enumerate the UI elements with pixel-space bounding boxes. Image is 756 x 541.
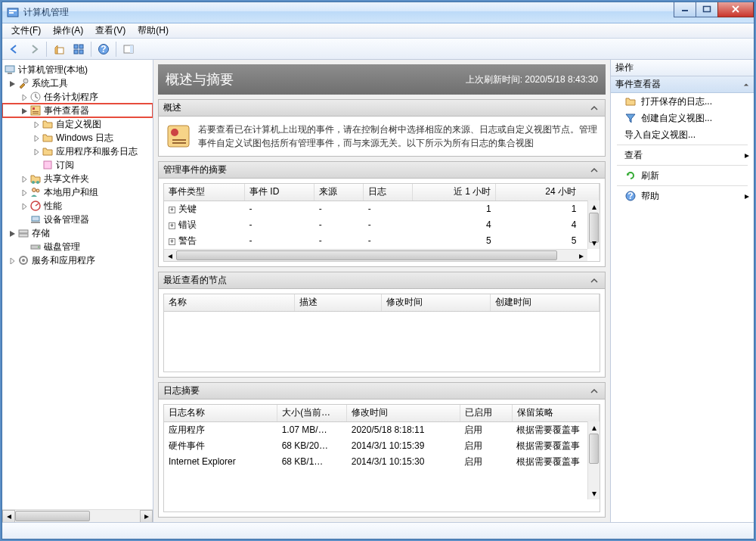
chevron-up-icon[interactable] bbox=[588, 102, 600, 114]
close-button[interactable] bbox=[717, 2, 754, 17]
expand-icon[interactable] bbox=[20, 202, 28, 210]
tree-event-viewer[interactable]: 事件查看器 bbox=[2, 104, 153, 117]
col-modified[interactable]: 修改时间 bbox=[347, 405, 460, 421]
action-open-saved-log[interactable]: 打开保存的日志... bbox=[611, 93, 754, 110]
scroll-thumb[interactable] bbox=[15, 511, 90, 521]
scroll-right-icon[interactable]: ▸ bbox=[140, 510, 153, 523]
menu-help[interactable]: 帮助(H) bbox=[132, 23, 175, 39]
scroll-down-icon[interactable]: ▾ bbox=[588, 487, 600, 499]
vertical-scrollbar[interactable]: ▴▾ bbox=[587, 421, 600, 499]
collapse-icon[interactable] bbox=[20, 107, 28, 114]
scroll-left-icon[interactable]: ◂ bbox=[2, 510, 15, 523]
col-policy[interactable]: 保留策略 bbox=[512, 405, 599, 421]
tree-task-scheduler[interactable]: 任务计划程序 bbox=[2, 90, 153, 104]
tree-services-apps[interactable]: 服务和应用程序 bbox=[2, 253, 153, 267]
expand-icon[interactable] bbox=[8, 257, 16, 264]
chevron-up-icon[interactable] bbox=[588, 164, 600, 176]
properties-button[interactable] bbox=[70, 41, 88, 58]
scroll-up-icon[interactable]: ▴ bbox=[588, 421, 600, 434]
svg-rect-18 bbox=[31, 106, 40, 115]
tree-app-services-logs[interactable]: 应用程序和服务日志 bbox=[2, 145, 153, 158]
section-header[interactable]: 管理事件的摘要 bbox=[159, 162, 605, 179]
section-header[interactable]: 最近查看的节点 bbox=[159, 272, 605, 289]
tree-local-users[interactable]: 本地用户和组 bbox=[2, 185, 153, 199]
section-header[interactable]: 概述 bbox=[159, 100, 605, 117]
tree-device-manager[interactable]: 设备管理器 bbox=[2, 213, 153, 226]
forward-button[interactable] bbox=[25, 41, 43, 58]
expand-icon[interactable] bbox=[20, 93, 28, 101]
storage-icon bbox=[17, 227, 29, 239]
col-name[interactable]: 日志名称 bbox=[164, 405, 277, 421]
collapse-icon[interactable] bbox=[8, 229, 16, 237]
col-hour[interactable]: 近 1 小时 bbox=[413, 184, 496, 201]
action-create-custom-view[interactable]: 创建自定义视图... bbox=[611, 110, 754, 126]
col-source[interactable]: 来源 bbox=[314, 184, 364, 201]
show-action-pane-button[interactable] bbox=[119, 41, 138, 58]
tree-shared-folders[interactable]: 共享文件夹 bbox=[2, 172, 153, 185]
scroll-up-icon[interactable]: ▴ bbox=[588, 201, 600, 213]
tree-storage[interactable]: 存储 bbox=[2, 226, 153, 240]
expand-icon[interactable] bbox=[33, 134, 40, 141]
logs-section: 日志摘要 日志名称 大小(当前… 修改时间 已启用 保留策略 应用程序1.07 … bbox=[158, 382, 606, 518]
clock-icon bbox=[29, 91, 42, 103]
expand-icon[interactable] bbox=[20, 175, 28, 182]
scroll-right-icon[interactable]: ▸ bbox=[575, 250, 587, 261]
action-help[interactable]: ?帮助▸ bbox=[611, 188, 754, 204]
col-type[interactable]: 事件类型 bbox=[164, 184, 245, 201]
back-button[interactable] bbox=[5, 41, 23, 58]
scroll-thumb[interactable] bbox=[176, 250, 557, 260]
table-row[interactable]: +警告---55 bbox=[164, 233, 600, 249]
chevron-up-icon[interactable] bbox=[588, 275, 600, 287]
table-row[interactable]: +错误---44 bbox=[164, 217, 600, 233]
col-modified[interactable]: 修改时间 bbox=[382, 294, 491, 311]
menu-view[interactable]: 查看(V) bbox=[89, 23, 132, 39]
action-view[interactable]: 查看▸ bbox=[611, 147, 754, 163]
up-button[interactable] bbox=[50, 41, 68, 58]
expand-icon[interactable]: + bbox=[169, 207, 175, 213]
help-button[interactable]: ? bbox=[94, 41, 113, 58]
col-created[interactable]: 创建时间 bbox=[491, 294, 600, 311]
col-size[interactable]: 大小(当前… bbox=[277, 405, 347, 421]
scroll-down-icon[interactable]: ▾ bbox=[588, 237, 600, 249]
tree-system-tools[interactable]: 系统工具 bbox=[2, 76, 153, 90]
col-enabled[interactable]: 已启用 bbox=[460, 405, 512, 421]
col-id[interactable]: 事件 ID bbox=[245, 184, 314, 201]
tree-root[interactable]: 计算机管理(本地) bbox=[2, 63, 153, 76]
collapse-icon[interactable] bbox=[8, 79, 16, 87]
expand-icon[interactable]: + bbox=[169, 222, 175, 229]
action-import-custom-view[interactable]: 导入自定义视图... bbox=[611, 126, 754, 143]
horizontal-scrollbar[interactable]: ◂▸ bbox=[164, 249, 587, 261]
tree-scrollbar[interactable]: ◂ ▸ bbox=[2, 509, 153, 522]
tree-performance[interactable]: 性能 bbox=[2, 199, 153, 213]
svg-point-35 bbox=[22, 259, 25, 262]
col-day[interactable]: 24 小时 bbox=[496, 184, 600, 201]
menu-file[interactable]: 文件(F) bbox=[5, 23, 47, 39]
table-row[interactable]: +关键---11 bbox=[164, 201, 600, 217]
action-refresh[interactable]: 刷新 bbox=[611, 167, 754, 184]
expand-icon[interactable] bbox=[33, 148, 40, 155]
expand-icon[interactable] bbox=[20, 188, 28, 196]
table-row[interactable]: 硬件事件68 KB/20…2014/3/1 10:15:39启用根据需要覆盖事 bbox=[164, 438, 600, 454]
scroll-thumb[interactable] bbox=[589, 434, 599, 464]
vertical-scrollbar[interactable]: ▴▾ bbox=[587, 201, 600, 249]
chevron-up-icon[interactable] bbox=[743, 79, 749, 90]
maximize-button[interactable] bbox=[696, 2, 718, 17]
tree-subscriptions[interactable]: 订阅 bbox=[2, 158, 153, 172]
table-row[interactable]: Internet Explorer68 KB/1…2014/3/1 10:15:… bbox=[164, 454, 600, 470]
expand-icon[interactable]: + bbox=[169, 238, 175, 245]
col-name[interactable]: 名称 bbox=[164, 294, 295, 311]
col-desc[interactable]: 描述 bbox=[295, 294, 382, 311]
section-header[interactable]: 日志摘要 bbox=[159, 383, 605, 400]
menu-action[interactable]: 操作(A) bbox=[47, 23, 89, 39]
tree-windows-logs[interactable]: Windows 日志 bbox=[2, 131, 153, 145]
col-log[interactable]: 日志 bbox=[364, 184, 413, 201]
tree-custom-views[interactable]: 自定义视图 bbox=[2, 117, 153, 131]
actions-subheader[interactable]: 事件查看器 bbox=[611, 76, 754, 93]
table-row[interactable]: 应用程序1.07 MB/…2020/5/18 8:18:11启用根据需要覆盖事 bbox=[164, 421, 600, 438]
expand-icon[interactable] bbox=[33, 120, 40, 128]
minimize-button[interactable] bbox=[674, 2, 696, 17]
scroll-left-icon[interactable]: ◂ bbox=[164, 250, 176, 261]
tree-disk-management[interactable]: 磁盘管理 bbox=[2, 240, 153, 253]
titlebar[interactable]: 计算机管理 bbox=[2, 2, 754, 23]
chevron-up-icon[interactable] bbox=[588, 385, 600, 397]
